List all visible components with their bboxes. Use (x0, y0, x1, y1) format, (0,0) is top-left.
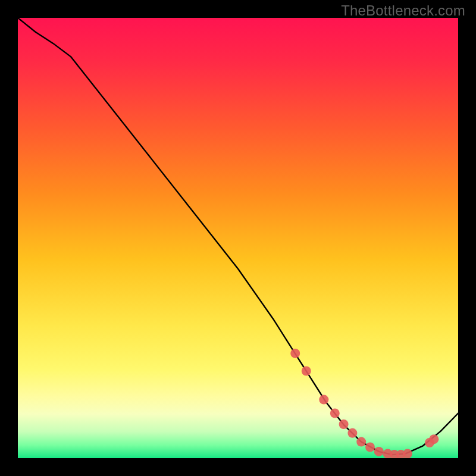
trough-marker (356, 437, 366, 447)
plot-svg (18, 18, 458, 458)
trough-marker (330, 409, 340, 418)
trough-marker (339, 419, 349, 429)
trough-marker (365, 443, 375, 452)
trough-marker (347, 428, 357, 438)
plot-area (18, 18, 458, 458)
watermark-label: TheBottleneck.com (341, 2, 465, 19)
trough-marker (302, 367, 311, 376)
trough-marker (374, 447, 384, 456)
trough-marker (290, 349, 300, 358)
trough-marker (319, 395, 328, 405)
trough-marker (403, 449, 412, 458)
gradient-background (18, 18, 458, 458)
trough-marker (429, 434, 439, 444)
chart-frame: TheBottleneck.com (0, 0, 476, 476)
